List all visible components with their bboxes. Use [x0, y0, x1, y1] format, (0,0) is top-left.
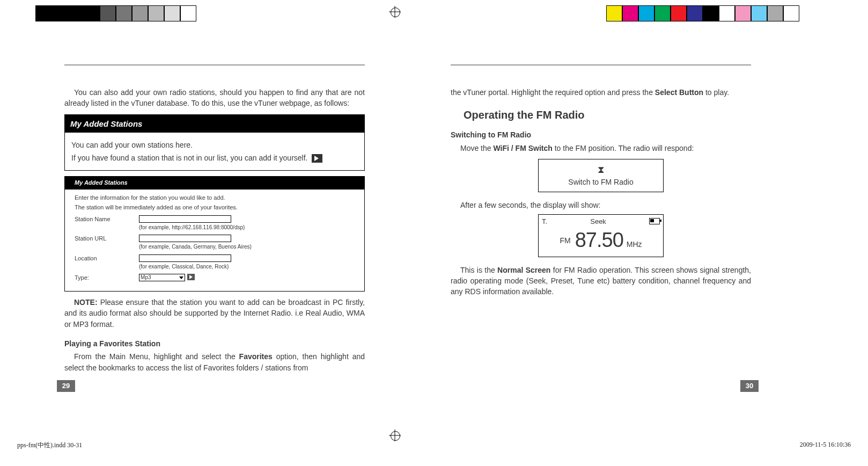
subheading: Switching to FM Radio — [451, 129, 751, 140]
paragraph: From the Main Menu, highlight and select… — [64, 351, 365, 373]
box-title: My Added Stations — [65, 115, 364, 133]
color-bar — [606, 5, 799, 21]
hourglass-icon: ⧗ — [542, 163, 660, 177]
page-number: 30 — [740, 380, 759, 392]
label-station-url: Station URL — [75, 235, 139, 243]
print-footer: pps-fm(中性).indd 30-31 2009-11-5 16:10:36 — [17, 441, 851, 450]
input-station-url[interactable] — [139, 235, 231, 242]
box-line: If you have found a station that is not … — [71, 152, 358, 163]
note-paragraph: NOTE: Please ensure that the station you… — [64, 297, 365, 330]
subheading: Playing a Favorites Station — [64, 338, 365, 349]
registration-mark — [389, 6, 401, 18]
add-station-form: My Added Stations Enter the information … — [64, 176, 365, 292]
battery-icon — [649, 218, 660, 224]
input-location[interactable] — [139, 254, 231, 262]
section-title: Operating the FM Radio — [464, 107, 751, 123]
label-type: Type: — [75, 274, 139, 282]
registration-mark — [389, 429, 401, 441]
footer-filename: pps-fm(中性).indd 30-31 — [17, 441, 82, 450]
band-label: FM — [560, 235, 570, 246]
label-station-name: Station Name — [75, 215, 139, 224]
box-line: You can add your own stations here. — [71, 140, 358, 150]
go-icon[interactable] — [187, 274, 195, 280]
label-location: Location — [75, 254, 139, 263]
dropdown-icon — [179, 276, 183, 279]
intro-paragraph: You can also add your own radio stations… — [64, 87, 365, 109]
my-added-stations-box: My Added Stations You can add your own s… — [64, 114, 365, 171]
paragraph: Move the WiFi / FM Switch to the FM posi… — [451, 143, 751, 154]
paragraph: the vTuner portal. Highlight the require… — [451, 87, 751, 98]
density-bar — [35, 5, 196, 21]
input-station-name[interactable] — [139, 215, 231, 223]
antenna-indicator: T. — [542, 217, 547, 227]
footer-timestamp: 2009-11-5 16:10:36 — [800, 441, 851, 450]
lcd-screen-fm: T. Seek FM 87.50 MHz — [538, 214, 664, 257]
paragraph: This is the Normal Screen for FM Radio o… — [451, 265, 751, 297]
select-type[interactable]: Mp3 — [139, 274, 185, 281]
paragraph: After a few seconds, the display will sh… — [451, 200, 751, 210]
frequency-unit: MHz — [627, 239, 642, 250]
form-title: My Added Stations — [65, 177, 364, 190]
page-30: the vTuner portal. Highlight the require… — [451, 64, 751, 387]
lcd-screen-switch: ⧗ Switch to FM Radio — [538, 159, 664, 192]
page-29: You can also add your own radio stations… — [64, 64, 365, 387]
frequency-value: 87.50 — [575, 225, 623, 255]
page-number: 29 — [57, 380, 75, 392]
arrow-icon — [312, 154, 322, 163]
